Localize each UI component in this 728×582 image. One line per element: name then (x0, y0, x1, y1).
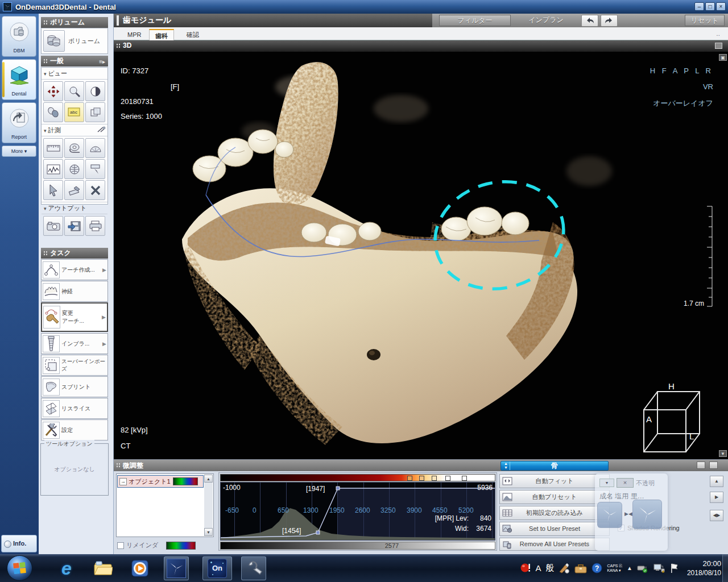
usb-device-icon[interactable] (637, 564, 648, 573)
filter-button[interactable]: フィルター (439, 15, 511, 26)
profile-button[interactable] (43, 159, 63, 179)
object-list-scrollbar[interactable]: ▲ ▼ (204, 475, 213, 536)
viewport-scroll-down[interactable]: ▼ (719, 450, 727, 457)
export-button[interactable] (64, 216, 84, 236)
info-bar[interactable]: Info. (1, 535, 37, 552)
colorbar-handle[interactable] (419, 476, 424, 481)
maximize-button[interactable]: □ (705, 2, 715, 11)
close-button[interactable]: × (716, 2, 726, 11)
viewport-3d[interactable]: ID: 7327 [F] 20180731 Series: 1000 H F A… (114, 52, 728, 459)
panel-right-button[interactable]: ▶ (710, 492, 723, 503)
task-reslice[interactable]: リスライス (41, 398, 108, 419)
tab-confirm[interactable]: 確認 (181, 29, 205, 40)
tab-overflow-dots[interactable]: ‥ (716, 31, 720, 37)
viewport-window-icon[interactable] (715, 43, 722, 49)
colorbar-handle[interactable] (462, 476, 467, 481)
gray-range-bar[interactable]: 2577 (220, 542, 495, 550)
viewport-scroll-up[interactable]: ▣ (719, 54, 727, 61)
sidebar-item-dental[interactable]: Dental (2, 59, 36, 100)
remove-user-presets-button[interactable]: Remove All User Presets (499, 538, 610, 551)
view-section-header[interactable]: ▾ ビュー (42, 68, 107, 80)
erase-button[interactable] (64, 180, 84, 200)
undo-button[interactable] (581, 15, 598, 27)
scroll-down-button[interactable]: ▼ (204, 528, 213, 536)
cube-view-button[interactable] (85, 102, 105, 122)
remainder-color-swatch[interactable] (166, 542, 196, 550)
sidebar-item-dbm[interactable]: DBM (2, 16, 36, 57)
output-section-header[interactable]: ▾ アウトプット (42, 202, 107, 214)
ruler-button[interactable] (43, 138, 63, 158)
remainder-checkbox[interactable] (117, 542, 124, 549)
transfer-colorbar[interactable] (220, 474, 495, 481)
brightness-contrast-button[interactable] (85, 81, 105, 101)
network-icon[interactable] (653, 563, 665, 573)
task-arch-create[interactable]: アーチ作成...▶ (41, 259, 108, 280)
task-nerve[interactable]: 神経 (41, 281, 108, 302)
open-preset-icon[interactable] (709, 462, 718, 469)
volume-button[interactable] (43, 30, 65, 52)
load-defaults-button[interactable]: 初期設定の読み込み (499, 506, 610, 520)
measure-section-header[interactable]: ▾ 計測 (42, 124, 107, 136)
taskbar-app-on[interactable]: On (202, 556, 232, 580)
auto-fit-button[interactable]: 自動フィット (499, 474, 610, 488)
show-desktop-button[interactable] (722, 554, 728, 582)
ghost-dropdown-button[interactable]: ▼ (599, 479, 614, 487)
ime-alpha[interactable]: A (535, 563, 541, 573)
redo-button[interactable] (601, 15, 618, 27)
colorbar-handle[interactable] (445, 476, 450, 481)
ime-caps-kana[interactable]: CAPS ⎘ KANA ▾ (607, 564, 622, 573)
flip-button[interactable] (43, 102, 63, 122)
capture-button[interactable] (43, 216, 63, 236)
tab-dental[interactable]: 歯科 (149, 29, 174, 40)
sidebar-item-report[interactable]: Report (2, 102, 36, 143)
implant-button[interactable]: インプラン (515, 15, 577, 26)
taskbar-app-ondemand[interactable] (164, 556, 189, 580)
taskbar-ie[interactable]: e (56, 558, 77, 579)
pan-button[interactable] (43, 81, 63, 101)
taskbar-media-player[interactable] (130, 558, 151, 579)
object-row[interactable]: → オブジェクト1 (117, 475, 204, 488)
colorbar-handle[interactable] (432, 476, 437, 481)
preset-dropdown[interactable]: ▲▼ 骨 (500, 461, 609, 471)
start-button[interactable] (7, 555, 32, 581)
save-preset-icon[interactable] (697, 462, 705, 469)
spinner-arrows[interactable]: ▲▼ (502, 462, 510, 470)
label-arrow-button[interactable] (85, 159, 105, 179)
show-hidden-icons[interactable]: ▲ (627, 565, 632, 571)
task-superimpose[interactable]: スーパーインポーズ (41, 355, 108, 376)
ghost-close-button[interactable]: × (617, 478, 634, 488)
colorbar-handle[interactable] (407, 476, 412, 481)
task-implant[interactable]: インプラ...▶ (41, 333, 108, 354)
tape-measure-button[interactable] (64, 138, 84, 158)
print-button[interactable] (85, 216, 105, 236)
taskbar-explorer[interactable] (92, 558, 114, 579)
annotation-button[interactable]: abc (64, 102, 84, 122)
histogram-plot[interactable]: -1000 5936 -650 0 650 1300 1950 2600 325… (220, 482, 495, 541)
help-tray-icon[interactable]: ? (592, 563, 602, 573)
delete-measure-button[interactable] (85, 180, 105, 200)
menu-icon[interactable]: ≡▸ (99, 57, 105, 67)
select-button[interactable] (43, 180, 63, 200)
auto-preset-button[interactable]: 自動プリセット (499, 490, 610, 504)
scroll-up-button[interactable]: ▲ (204, 475, 213, 483)
reset-button[interactable]: リセット (685, 15, 725, 26)
ime-mode[interactable]: 般 (545, 563, 554, 573)
panel-split-button[interactable]: ◀▶ (710, 510, 723, 521)
taskbar-app-tool[interactable] (241, 556, 266, 580)
tab-mpr[interactable]: MPR (122, 29, 147, 40)
sphere-grid-button[interactable] (64, 159, 84, 179)
object-color-swatch[interactable] (173, 477, 198, 485)
set-user-preset-button[interactable]: Set to User Preset (499, 522, 610, 536)
angle-button[interactable] (85, 138, 105, 158)
sidebar-item-more[interactable]: More ▾ (2, 146, 36, 157)
minimize-button[interactable]: – (694, 2, 704, 11)
ime-toolbox-icon[interactable] (574, 563, 587, 573)
task-settings[interactable]: 設定 (41, 419, 108, 440)
zoom-button[interactable] (64, 81, 84, 101)
tray-clock[interactable]: 20:00 2018/08/10 (687, 559, 721, 577)
task-modify-arch[interactable]: 変更アーチ... ▶ (41, 302, 108, 332)
action-center-flag-icon[interactable] (670, 563, 679, 573)
task-splint[interactable]: スプリント (41, 376, 108, 397)
notification-ball-icon[interactable] (520, 562, 531, 575)
ime-brush-icon[interactable] (559, 563, 570, 574)
